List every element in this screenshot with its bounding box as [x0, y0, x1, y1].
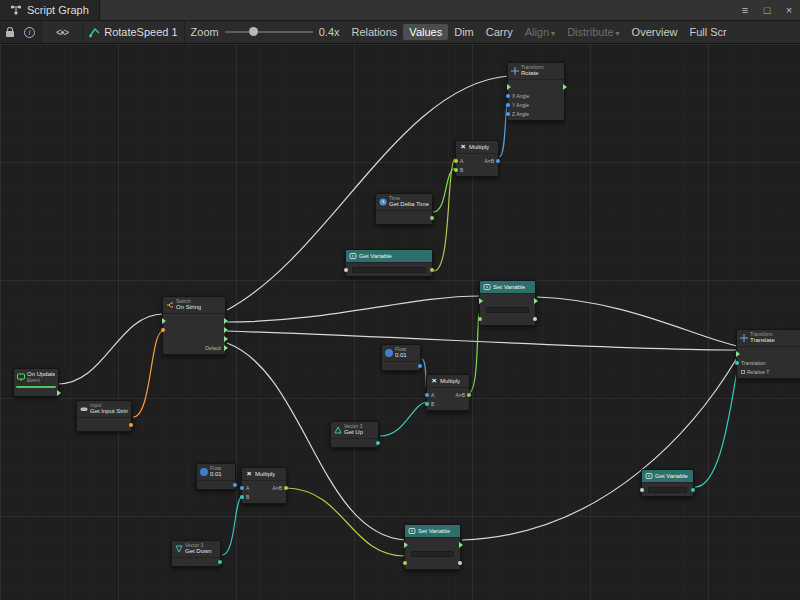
flow-in-port[interactable]	[736, 351, 740, 357]
node-transform-rotate[interactable]: Transform Rotate X Angle Y Angle Z Angle	[507, 62, 565, 121]
value-in-port[interactable]	[506, 103, 510, 107]
value-out-port[interactable]	[218, 560, 222, 564]
align-dropdown[interactable]: Align▾	[519, 24, 561, 40]
value-out-port[interactable]	[129, 423, 133, 427]
flow-out-port[interactable]	[224, 345, 228, 351]
value-out-port[interactable]	[458, 561, 462, 565]
value-out-port[interactable]	[430, 216, 434, 220]
multiply-icon: ×	[245, 470, 253, 478]
flow-in-port[interactable]	[404, 542, 408, 548]
node-multiply-mid[interactable]: × Multiply AA×B B	[426, 374, 470, 411]
relations-button[interactable]: Relations	[346, 24, 404, 40]
transform-icon	[740, 334, 748, 342]
graph-name[interactable]: RotateSpeed 1	[104, 26, 177, 38]
flow-out-port[interactable]	[459, 542, 463, 548]
node-set-variable-top[interactable]: Set Variable	[479, 280, 536, 326]
value-in-port[interactable]	[344, 268, 348, 272]
node-multiply-low[interactable]: × Multiply AA×B B	[241, 467, 287, 504]
info-icon[interactable]: i	[24, 27, 35, 38]
float-icon	[385, 349, 393, 357]
node-title: On String	[176, 304, 201, 311]
node-vector3-get-up[interactable]: Vector 3 Get Up	[330, 421, 379, 448]
node-on-update[interactable]: On Update Event	[13, 368, 59, 397]
flow-in-port[interactable]	[507, 84, 511, 90]
value-in-port[interactable]	[454, 168, 458, 172]
value-in-port[interactable]	[161, 328, 165, 332]
zoom-label: Zoom	[191, 26, 219, 38]
node-multiply-top[interactable]: × Multiply AA×B B	[455, 140, 499, 177]
value-out-port[interactable]	[284, 486, 288, 490]
value-out-port[interactable]	[376, 441, 380, 445]
port-label: A×B	[455, 392, 465, 398]
flow-out-port[interactable]	[534, 298, 538, 304]
node-float-mid[interactable]: Float 0.01	[381, 344, 421, 371]
variable-name-field[interactable]	[411, 551, 454, 557]
node-switch-on-string[interactable]: Switch On String Default	[162, 296, 226, 355]
value-in-port[interactable]	[506, 94, 510, 98]
fullscreen-button[interactable]: Full Scr	[683, 24, 732, 40]
flow-out-port[interactable]	[57, 390, 61, 396]
connections-icon[interactable]: <•>	[56, 27, 68, 38]
tab-script-graph[interactable]: Script Graph	[0, 0, 100, 20]
node-float-low[interactable]: Float 0.01	[196, 463, 236, 490]
node-get-delta-time[interactable]: Time Get Delta Time	[375, 193, 433, 225]
port-label: Y Angle	[512, 102, 529, 108]
value-in-port[interactable]	[735, 361, 739, 365]
relative-checkbox[interactable]	[741, 370, 745, 374]
value-out-port[interactable]	[496, 159, 500, 163]
value-out-port[interactable]	[418, 364, 422, 368]
value-in-port[interactable]	[454, 159, 458, 163]
port-label: X Angle	[512, 93, 529, 99]
lock-icon[interactable]	[6, 31, 14, 37]
flow-out-port[interactable]	[563, 84, 567, 90]
flow-in-port[interactable]	[479, 298, 483, 304]
flow-out-port[interactable]	[224, 336, 228, 342]
overview-button[interactable]: Overview	[626, 24, 684, 40]
node-get-variable-top[interactable]: Get Variable	[345, 249, 433, 277]
node-vector3-get-down[interactable]: Vector 3 Get Down	[171, 540, 221, 567]
variable-name-field[interactable]	[648, 487, 687, 493]
node-title: Get Input Strin	[90, 408, 128, 415]
value-out-port[interactable]	[467, 393, 471, 397]
value-in-port[interactable]	[425, 402, 429, 406]
value-in-port[interactable]	[478, 317, 482, 321]
align-label: Align	[525, 26, 549, 38]
zoom-slider-handle[interactable]	[249, 27, 258, 36]
variable-name-field[interactable]	[352, 267, 426, 273]
window-menu-button[interactable]: ≡	[734, 0, 756, 20]
flow-out-port[interactable]	[224, 327, 228, 333]
dim-button[interactable]: Dim	[448, 24, 480, 40]
vector3-icon	[334, 426, 342, 434]
value-in-port[interactable]	[506, 112, 510, 116]
value-in-port[interactable]	[403, 561, 407, 565]
flow-in-port[interactable]	[162, 318, 166, 324]
value-out-port[interactable]	[430, 268, 434, 272]
close-button[interactable]: ×	[778, 0, 800, 20]
flow-out-port[interactable]	[224, 318, 228, 324]
distribute-dropdown[interactable]: Distribute▾	[561, 24, 625, 40]
carry-button[interactable]: Carry	[480, 24, 519, 40]
value-out-port[interactable]	[233, 483, 237, 487]
node-set-variable-bottom[interactable]: Set Variable	[404, 524, 461, 570]
value-in-port[interactable]	[425, 393, 429, 397]
graph-icon	[89, 27, 100, 38]
value-out-port[interactable]	[691, 488, 695, 492]
node-get-variable-right[interactable]: Get Variable	[641, 469, 694, 497]
float-icon	[200, 468, 208, 476]
chevron-down-icon: ▾	[551, 29, 555, 38]
maximize-button[interactable]: □	[756, 0, 778, 20]
node-title: Get Delta Time	[389, 201, 429, 208]
port-label: B	[460, 167, 463, 173]
node-get-input-string[interactable]: Input Get Input Strin	[76, 400, 132, 432]
value-in-port[interactable]	[240, 495, 244, 499]
node-title: Rotate	[521, 70, 544, 77]
value-in-port[interactable]	[640, 488, 644, 492]
value-out-port[interactable]	[533, 317, 537, 321]
node-transform-translate[interactable]: Transform Translate Translation Relative…	[736, 329, 800, 379]
multiply-icon: ×	[430, 377, 438, 385]
zoom-slider[interactable]	[225, 31, 313, 33]
variable-name-field[interactable]	[486, 307, 529, 313]
port-label: Z Angle	[512, 111, 529, 117]
value-in-port[interactable]	[240, 486, 244, 490]
values-button[interactable]: Values	[403, 24, 448, 40]
